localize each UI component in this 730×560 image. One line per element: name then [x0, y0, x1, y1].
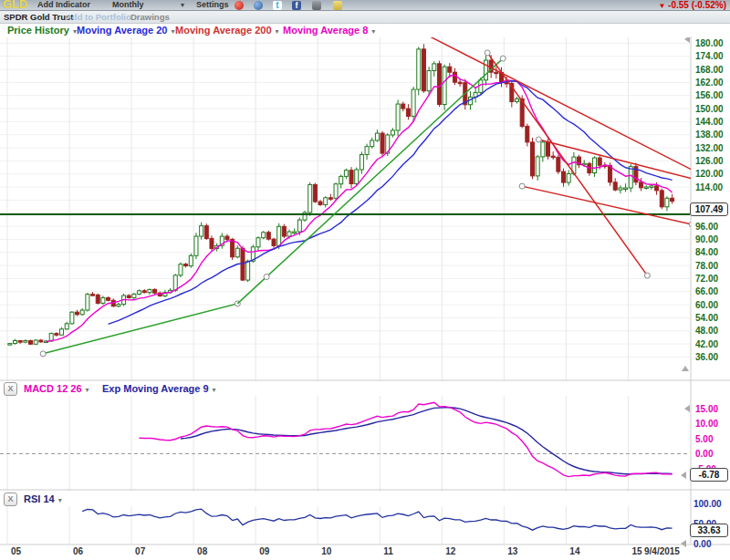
axis-ticks: 180.00174.00168.00162.00156.00150.00144.…: [11, 38, 724, 556]
close-rsi-button[interactable]: X: [4, 493, 17, 506]
pane-collapse-icon: [681, 540, 686, 547]
twitter-icon[interactable]: t: [273, 1, 282, 10]
price-tick: 150.00: [695, 104, 724, 114]
macd-pane-header: X MACD 12 26▾ Exp Moving Average 9▾: [0, 381, 690, 396]
macd-line: [140, 402, 673, 476]
top-toolbar: GLD Add Indicator Monthly ▾ Settings t f…: [0, 0, 730, 11]
x-tick: 10: [321, 546, 332, 556]
price-tick: 174.00: [695, 51, 724, 61]
pane-collapse-icon: [682, 366, 689, 371]
price-tick: 138.00: [695, 130, 724, 140]
chart-canvas[interactable]: 180.00174.00168.00162.00156.00150.00144.…: [0, 0, 730, 560]
chevron-down-icon: ▾: [276, 27, 279, 36]
price-tick: 162.00: [695, 78, 724, 88]
drawing-handle: [689, 222, 694, 227]
price-tick: 66.00: [695, 286, 718, 296]
price-tick: 42.00: [695, 339, 718, 349]
symbol-bar: SPDR Gold Trust Add to Portfolio Drawing…: [0, 11, 730, 24]
legend-moving-average-200[interactable]: Moving Average 200▾: [175, 24, 279, 37]
legend-price-history[interactable]: Price History▾: [7, 24, 77, 37]
add-to-portfolio-link[interactable]: Add to Portfolio: [66, 11, 131, 23]
legend-exp-moving-average-9[interactable]: Exp Moving Average 9▾: [102, 381, 216, 396]
snapshot-icon[interactable]: [312, 1, 321, 10]
pane-collapse-icon: [684, 405, 690, 412]
x-tick: 05: [11, 546, 22, 556]
charting-app: 180.00174.00168.00162.00156.00150.00144.…: [0, 0, 730, 560]
export-icon[interactable]: [333, 1, 342, 10]
price-legend-row: Price History▾ Moving Average 20▾ Moving…: [0, 24, 690, 37]
legend-moving-average-20[interactable]: Moving Average 20▾: [77, 24, 174, 37]
rsi-tick: 100.00: [694, 499, 722, 509]
quote-change: ▼ -0.55 (-0.52%): [658, 0, 726, 10]
macd-value-box: -6.78: [690, 468, 728, 482]
macd-tick: 0.00: [695, 449, 714, 459]
x-tick: 06: [73, 546, 84, 556]
price-tick: 120.00: [695, 169, 724, 179]
add-indicator-button[interactable]: Add Indicator: [37, 0, 90, 10]
trendline-drawing: [487, 53, 647, 275]
drawing-handle: [40, 351, 46, 357]
drawing-handle: [264, 275, 269, 280]
facebook-icon[interactable]: f: [292, 1, 301, 10]
close-macd-button[interactable]: X: [4, 382, 17, 396]
price-tick: 36.00: [695, 352, 718, 362]
drawing-handle: [519, 183, 525, 189]
x-tick: 15: [631, 546, 642, 556]
price-tick: 132.00: [695, 143, 724, 153]
x-tick: 09: [259, 546, 270, 556]
macd-tick: 15.00: [695, 404, 718, 414]
x-tick: 08: [197, 546, 208, 556]
legend-rsi[interactable]: RSI 14▾: [24, 492, 62, 506]
price-tick: 84.00: [695, 247, 718, 257]
price-tick: 114.00: [695, 182, 723, 192]
price-tick: 48.00: [695, 326, 718, 336]
alert-icon[interactable]: [235, 1, 244, 10]
drawings-menu[interactable]: Drawings: [130, 11, 170, 23]
price-tick: 180.00: [695, 38, 724, 48]
pane-collapse-icon: [681, 472, 686, 479]
x-tick: 07: [135, 546, 146, 556]
price-tick: 156.00: [695, 90, 724, 100]
chevron-down-icon: ▾: [371, 27, 375, 36]
rsi-line: [82, 509, 672, 530]
x-tick: 9/4/2015: [644, 546, 680, 556]
drawing-handle: [644, 273, 650, 278]
ma8-line: [47, 75, 673, 342]
price-value-box: 107.49: [690, 202, 728, 216]
gridlines: [0, 36, 730, 544]
chevron-down-icon: ▾: [86, 386, 89, 394]
chevron-down-icon: ▾: [213, 386, 216, 394]
drawing-handle: [536, 137, 541, 142]
price-tick: 54.00: [695, 313, 718, 323]
x-tick: 14: [569, 546, 580, 556]
legend-moving-average-8[interactable]: Moving Average 8▾: [283, 24, 375, 37]
x-tick: 11: [383, 546, 393, 556]
x-tick: 13: [507, 546, 518, 556]
macd-tick: 5.00: [695, 434, 714, 444]
price-tick: 126.00: [695, 156, 724, 166]
chevron-down-icon: ▾: [171, 27, 174, 36]
price-tick: 96.00: [695, 222, 718, 232]
legend-macd[interactable]: MACD 12 26▾: [24, 381, 89, 396]
price-pane: [0, 34, 699, 357]
price-tick: 144.00: [695, 117, 724, 127]
price-tick: 60.00: [695, 300, 718, 310]
symbol-name: SPDR Gold Trust: [4, 11, 74, 23]
price-tick: 90.00: [695, 234, 718, 244]
price-tick: 168.00: [695, 65, 724, 75]
drawing-handle: [500, 56, 506, 61]
period-dropdown[interactable]: Monthly: [112, 0, 144, 10]
symbol-logo: GLD: [3, 0, 27, 11]
share-globe-icon[interactable]: [254, 1, 263, 10]
price-tick: 78.00: [695, 261, 718, 271]
drawing-handle: [485, 50, 490, 56]
chevron-down-icon: ▾: [58, 496, 62, 504]
macd-tick: 10.00: [695, 419, 718, 429]
x-tick: 12: [445, 546, 456, 556]
rsi-tick: 0.00: [694, 539, 712, 549]
settings-button[interactable]: Settings: [196, 0, 229, 10]
rsi-pane-header: X RSI 14▾: [0, 492, 690, 506]
price-tick: 72.00: [695, 274, 718, 284]
rsi-value-box: 33.63: [690, 524, 728, 537]
chevron-down-icon[interactable]: ▾: [181, 0, 184, 10]
